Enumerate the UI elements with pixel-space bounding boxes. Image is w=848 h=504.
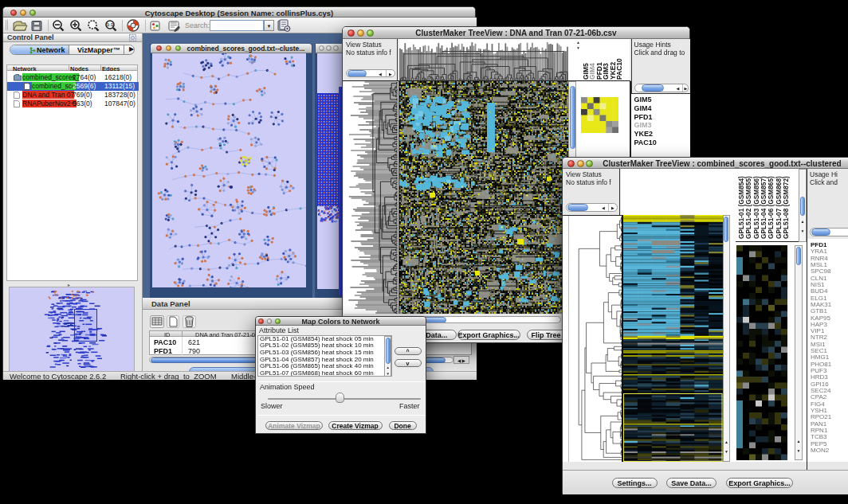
svg-text:1:1: 1:1: [107, 22, 113, 27]
